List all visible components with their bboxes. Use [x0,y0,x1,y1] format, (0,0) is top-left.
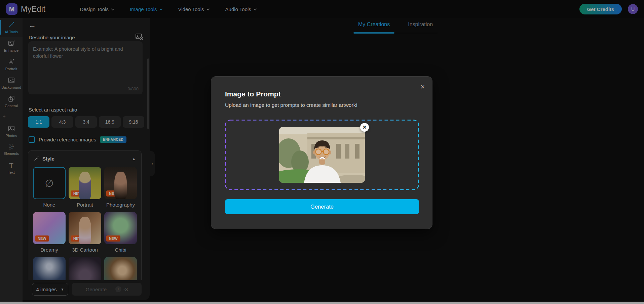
remove-image-button[interactable]: ✕ [360,123,369,132]
modal-subtitle: Upload an image to get prompts to create… [225,102,357,108]
upload-dropzone[interactable]: ✕ [225,120,419,190]
modal-title: Image to Prompt [225,90,281,98]
modal-generate-button[interactable]: Generate [225,199,419,214]
uploaded-photo [279,127,365,183]
uploaded-image-preview: ✕ [279,127,365,183]
close-icon[interactable]: × [420,83,425,91]
image-to-prompt-modal: × Image to Prompt Upload an image to get… [211,76,432,229]
